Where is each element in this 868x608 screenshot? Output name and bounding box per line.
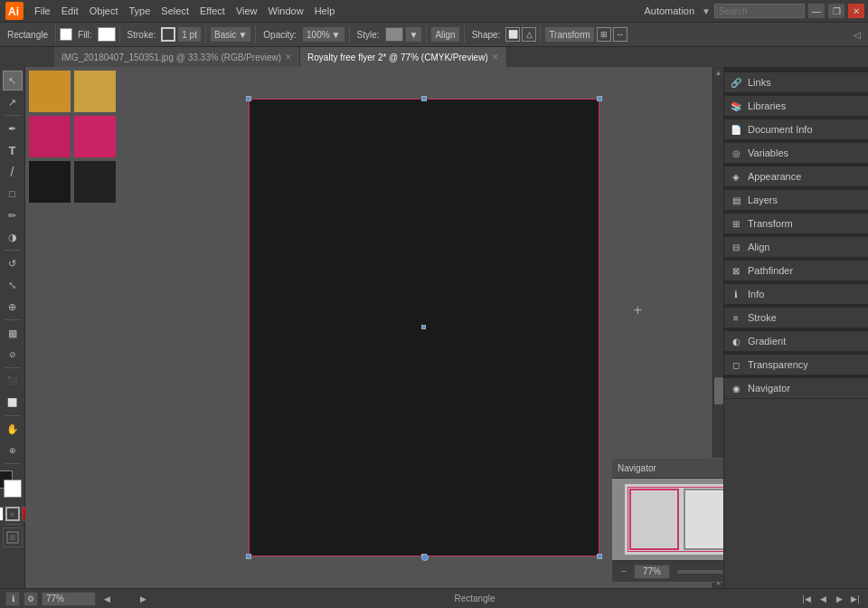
- tool-select[interactable]: ↖: [3, 71, 23, 90]
- tool-pen[interactable]: ✒: [3, 119, 23, 138]
- tool-rect[interactable]: □: [3, 184, 23, 204]
- tool-type[interactable]: T: [3, 140, 23, 160]
- search-input[interactable]: [714, 4, 805, 18]
- status-info-icon[interactable]: ℹ: [5, 592, 20, 606]
- automation-dropdown-arrow[interactable]: ▼: [702, 6, 711, 16]
- tool-line[interactable]: /: [3, 162, 23, 182]
- stroke-color[interactable]: [161, 27, 175, 42]
- menu-window[interactable]: Window: [263, 4, 309, 18]
- fill-swatch[interactable]: [60, 28, 72, 41]
- scroll-thumb[interactable]: [714, 377, 723, 404]
- tool-gradient[interactable]: ▦: [3, 323, 23, 343]
- panel-stroke-header[interactable]: ≡ Stroke: [724, 308, 868, 328]
- minimize-button[interactable]: —: [808, 4, 825, 18]
- panel-gradient-header[interactable]: ◐ Gradient: [724, 331, 868, 351]
- style-swatch[interactable]: [385, 27, 403, 42]
- panel-document-info-header[interactable]: 📄 Document Info: [724, 119, 868, 139]
- prev-artboard-button[interactable]: ◀: [816, 592, 830, 606]
- panel-layers-header[interactable]: ▤ Layers: [724, 190, 868, 210]
- menu-view[interactable]: View: [231, 4, 263, 18]
- palette-swatch-5[interactable]: [29, 161, 71, 203]
- palette-swatch-2[interactable]: [74, 71, 116, 112]
- tool-rotate[interactable]: ↺: [3, 253, 23, 273]
- status-settings-icon[interactable]: ⚙: [24, 592, 38, 606]
- align-button[interactable]: Align: [430, 26, 459, 43]
- close-button[interactable]: ✕: [848, 4, 864, 18]
- menu-object[interactable]: Object: [84, 4, 124, 18]
- handle-bottom-left[interactable]: [246, 554, 251, 559]
- tool-hand[interactable]: ✋: [3, 419, 23, 439]
- tab-flyer-close[interactable]: ✕: [492, 52, 499, 62]
- handle-bottom-dot[interactable]: [421, 554, 429, 561]
- stroke-size[interactable]: 1 pt: [177, 26, 202, 43]
- tool-graph[interactable]: ⬛: [3, 371, 23, 391]
- handle-top-right[interactable]: [597, 96, 602, 101]
- tab-img[interactable]: IMG_20180407_150351.jpg @ 33.33% (RGB/Pr…: [54, 47, 300, 67]
- canvas-area[interactable]: + ▲ ▼ Navigator ◀ ▶ ≡: [25, 67, 723, 588]
- style-dropdown[interactable]: ▼: [405, 26, 423, 43]
- align-icon: ⊟: [730, 241, 742, 253]
- menu-file[interactable]: File: [29, 4, 56, 18]
- palette-swatch-6[interactable]: [74, 161, 116, 203]
- panel-align-header[interactable]: ⊟ Align: [724, 237, 868, 257]
- tab-flyer[interactable]: Royalty free flyer 2* @ 77% (CMYK/Previe…: [300, 47, 507, 67]
- nav-zoom-slider[interactable]: [677, 570, 723, 574]
- navigator-preview[interactable]: [625, 484, 723, 555]
- opacity-value[interactable]: 100% ▼: [302, 26, 344, 43]
- variables-icon: ◎: [730, 147, 742, 159]
- shape-icon-1[interactable]: ⬜: [505, 27, 520, 42]
- menu-type[interactable]: Type: [124, 4, 156, 18]
- tool-blend[interactable]: ⊕: [3, 297, 23, 317]
- nav-zoom-out[interactable]: −: [618, 565, 630, 578]
- zoom-input[interactable]: [42, 592, 96, 606]
- palette-swatch-4[interactable]: [74, 116, 116, 157]
- panel-appearance-header[interactable]: ◈ Appearance: [724, 166, 868, 186]
- panel-toggle-icon[interactable]: ◁: [850, 27, 864, 42]
- next-page-button[interactable]: ▶: [136, 592, 150, 606]
- handle-center[interactable]: [421, 325, 426, 329]
- transform-icon-1[interactable]: ⊞: [597, 27, 611, 42]
- panel-transparency-header[interactable]: ◻ Transparency: [724, 355, 868, 375]
- stroke-value: 1 pt: [182, 30, 197, 40]
- panel-links-header[interactable]: 🔗 Links: [724, 72, 868, 92]
- tool-pencil[interactable]: ✏: [3, 205, 23, 225]
- handle-top-center[interactable]: [421, 96, 427, 101]
- menu-effect[interactable]: Effect: [194, 4, 231, 18]
- handle-bottom-right[interactable]: [597, 554, 602, 559]
- panel-navigator-header[interactable]: ◉ Navigator: [724, 378, 868, 398]
- tool-eyedropper[interactable]: ⊘: [3, 345, 23, 365]
- first-page-button[interactable]: |◀: [799, 592, 814, 606]
- stroke-icon[interactable]: ○: [5, 507, 20, 521]
- shape-icon-2[interactable]: △: [522, 27, 536, 42]
- menu-select[interactable]: Select: [156, 4, 194, 18]
- tool-artboard[interactable]: ⬜: [3, 393, 23, 413]
- fill-color[interactable]: [98, 27, 116, 42]
- artboard-icon[interactable]: [3, 527, 23, 547]
- menu-edit[interactable]: Edit: [56, 4, 84, 18]
- transform-icon-2[interactable]: ↔: [613, 27, 627, 42]
- tool-zoom[interactable]: ⊕: [3, 441, 23, 461]
- tool-scale[interactable]: ⤡: [3, 275, 23, 295]
- tab-img-close[interactable]: ✕: [285, 52, 292, 62]
- next-artboard-button[interactable]: ▶: [832, 592, 846, 606]
- panel-info-header[interactable]: ℹ Info: [724, 284, 868, 304]
- palette-swatch-3[interactable]: [29, 116, 71, 157]
- menu-help[interactable]: Help: [309, 4, 341, 18]
- tool-direct-select[interactable]: ↗: [3, 92, 23, 112]
- tool-paint[interactable]: ◑: [3, 227, 23, 247]
- fill-icon[interactable]: ■: [0, 507, 4, 521]
- maximize-button[interactable]: ❐: [828, 4, 844, 18]
- handle-top-left[interactable]: [246, 96, 251, 101]
- panel-transform-header[interactable]: ⊞ Transform: [724, 214, 868, 233]
- last-page-button[interactable]: ▶|: [848, 592, 863, 606]
- panel-pathfinder-header[interactable]: ⊠ Pathfinder: [724, 261, 868, 280]
- background-color[interactable]: [4, 480, 22, 498]
- scroll-up-button[interactable]: ▲: [713, 67, 724, 78]
- basic-dropdown[interactable]: Basic ▼: [210, 26, 251, 43]
- panel-variables-header[interactable]: ◎ Variables: [724, 143, 868, 163]
- transform-button[interactable]: Transform: [544, 26, 594, 43]
- nav-zoom-input[interactable]: [634, 565, 670, 579]
- panel-libraries-header[interactable]: 📚 Libraries: [724, 96, 868, 116]
- palette-swatch-1[interactable]: [29, 71, 71, 112]
- prev-page-button[interactable]: ◀: [99, 592, 114, 606]
